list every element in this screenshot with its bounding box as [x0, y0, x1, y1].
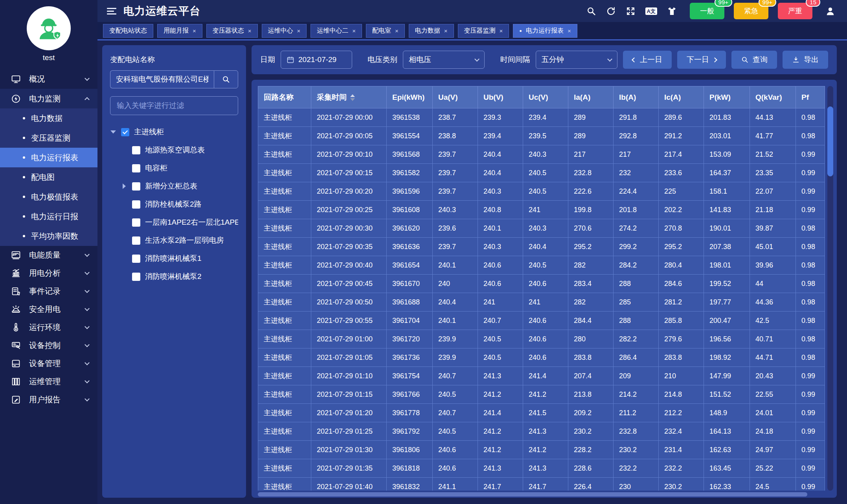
- alarm-button-一般[interactable]: 一般99+: [690, 3, 724, 19]
- station-search-button[interactable]: [214, 70, 238, 88]
- table-row[interactable]: 主进线柜2021-07-29 01:053961736239.9240.5240…: [258, 348, 825, 367]
- table-row[interactable]: 主进线柜2021-07-29 01:403961832241.1241.7241…: [258, 478, 825, 491]
- tab-用能月报[interactable]: 用能月报: [157, 24, 202, 38]
- tab-变压器状态[interactable]: 变压器状态: [206, 24, 258, 38]
- tree-item-消防喷淋机械泵1[interactable]: 消防喷淋机械泵1: [121, 249, 238, 268]
- tab-close-icon[interactable]: [352, 27, 356, 34]
- tab-close-icon[interactable]: [500, 27, 503, 34]
- table-row[interactable]: 主进线柜2021-07-29 01:103961754240.7241.3241…: [258, 367, 825, 385]
- sidebar-subitem-变压器监测[interactable]: 变压器监测: [0, 128, 97, 148]
- tree-item-新增分立柜总表[interactable]: 新增分立柜总表: [121, 177, 238, 195]
- table-row[interactable]: 主进线柜2021-07-29 01:203961778240.7241.4241…: [258, 404, 825, 422]
- tab-close-icon[interactable]: [248, 27, 252, 34]
- checkbox-unchecked[interactable]: [132, 218, 140, 227]
- interval-select[interactable]: 五分钟: [536, 51, 617, 69]
- table-row[interactable]: 主进线柜2021-07-29 00:453961670240240.6240.6…: [258, 275, 825, 293]
- column-header-Ia(A)[interactable]: Ia(A): [568, 86, 614, 108]
- user-icon[interactable]: [825, 6, 835, 16]
- vertical-scrollbar-thumb[interactable]: [827, 106, 833, 176]
- refresh-icon[interactable]: [606, 6, 616, 16]
- station-input[interactable]: [110, 70, 214, 88]
- table-row[interactable]: 主进线柜2021-07-29 00:503961688240.424124128…: [258, 293, 825, 312]
- sidebar-item-用户报告[interactable]: 用户报告: [0, 390, 97, 409]
- checkbox-unchecked[interactable]: [132, 255, 140, 263]
- tab-close-icon[interactable]: [193, 27, 196, 34]
- tab-电力数据[interactable]: 电力数据: [409, 24, 454, 38]
- tab-close-icon[interactable]: [297, 27, 301, 34]
- sidebar-item-概况[interactable]: 概况: [0, 69, 97, 89]
- tree-item-电容柜[interactable]: 电容柜: [121, 159, 238, 177]
- search-icon[interactable]: [586, 6, 596, 16]
- table-row[interactable]: 主进线柜2021-07-29 00:253961608240.3240.8241…: [258, 201, 825, 219]
- checkbox-unchecked[interactable]: [132, 236, 140, 245]
- column-header-采集时间[interactable]: 采集时间: [311, 86, 387, 108]
- table-row[interactable]: 主进线柜2021-07-29 01:303961806240.6241.2241…: [258, 441, 825, 459]
- next-day-button[interactable]: 下一日: [677, 51, 726, 69]
- fullscreen-icon[interactable]: [626, 6, 636, 16]
- column-header-Uc(V)[interactable]: Uc(V): [523, 86, 568, 108]
- caret-down-icon[interactable]: [110, 130, 116, 134]
- tab-close-icon[interactable]: [395, 27, 399, 34]
- sort-icon[interactable]: [350, 94, 355, 101]
- checkbox-checked[interactable]: [121, 128, 129, 136]
- checkbox-unchecked[interactable]: [132, 200, 140, 209]
- tree-item-消防喷淋机械泵2[interactable]: 消防喷淋机械泵2: [121, 268, 238, 286]
- tree-filter-input[interactable]: [110, 96, 238, 115]
- tree-item-生活水泵2路一层弱电房[interactable]: 生活水泵2路一层弱电房: [121, 231, 238, 249]
- export-button[interactable]: 导出: [783, 51, 828, 69]
- table-row[interactable]: 主进线柜2021-07-29 00:003961538238.7239.3239…: [258, 108, 825, 127]
- voltage-type-select[interactable]: 相电压: [403, 51, 485, 69]
- column-header-回路名称[interactable]: 回路名称: [258, 86, 311, 108]
- tab-配电室[interactable]: 配电室: [366, 24, 405, 38]
- table-row[interactable]: 主进线柜2021-07-29 00:353961636239.7240.3240…: [258, 238, 825, 256]
- column-header-Ib(A)[interactable]: Ib(A): [614, 86, 659, 108]
- table-row[interactable]: 主进线柜2021-07-29 01:003961720239.9240.5240…: [258, 330, 825, 348]
- sidebar-item-运维管理[interactable]: 运维管理: [0, 372, 97, 390]
- avatar[interactable]: [27, 6, 71, 50]
- tree-item-消防栓机械泵2路[interactable]: 消防栓机械泵2路: [121, 195, 238, 213]
- tab-运维中心[interactable]: 运维中心: [262, 24, 307, 38]
- prev-day-button[interactable]: 上一日: [623, 51, 672, 69]
- table-row[interactable]: 主进线柜2021-07-29 00:303961620239.6240.1240…: [258, 219, 825, 238]
- sidebar-subitem-电力数据[interactable]: 电力数据: [0, 108, 97, 128]
- table-row[interactable]: 主进线柜2021-07-29 00:103961568239.7240.4240…: [258, 145, 825, 164]
- date-picker[interactable]: 2021-07-29: [281, 51, 352, 69]
- table-row[interactable]: 主进线柜2021-07-29 01:353961818240.6241.3241…: [258, 459, 825, 478]
- tree-root-row[interactable]: 主进线柜: [110, 123, 238, 141]
- column-header-Ic(A)[interactable]: Ic(A): [659, 86, 704, 108]
- tab-close-icon[interactable]: [568, 27, 571, 34]
- table-row[interactable]: 主进线柜2021-07-29 01:253961792240.5241.2241…: [258, 422, 825, 441]
- checkbox-unchecked[interactable]: [132, 164, 140, 172]
- alarm-button-紧急[interactable]: 紧急99+: [734, 3, 768, 19]
- sidebar-subitem-电力运行报表[interactable]: 电力运行报表: [0, 148, 97, 167]
- sidebar-item-电力监测[interactable]: 电力监测: [0, 89, 97, 108]
- vertical-scrollbar[interactable]: [827, 86, 833, 491]
- column-header-Q(kVar)[interactable]: Q(kVar): [750, 86, 796, 108]
- checkbox-unchecked[interactable]: [132, 182, 140, 191]
- translate-icon[interactable]: A文: [645, 7, 657, 15]
- tree-item-地源热泵空调总表[interactable]: 地源热泵空调总表: [121, 141, 238, 159]
- table-row[interactable]: 主进线柜2021-07-29 00:153961582239.7240.4240…: [258, 164, 825, 182]
- tab-close-icon[interactable]: [444, 27, 448, 34]
- hamburger-menu-icon[interactable]: [107, 8, 116, 15]
- tab-变压器监测[interactable]: 变压器监测: [458, 24, 509, 38]
- tab-变配电站状态[interactable]: 变配电站状态: [103, 24, 153, 38]
- sidebar-item-电能质量[interactable]: 电能质量: [0, 246, 97, 264]
- tab-运维中心二[interactable]: 运维中心二: [311, 24, 362, 38]
- sidebar-item-设备管理[interactable]: 设备管理: [0, 354, 97, 372]
- tree-item-一层南1APE2右一层北1APE1左[interactable]: 一层南1APE2右一层北1APE1左: [121, 213, 238, 231]
- sidebar-subitem-平均功率因数[interactable]: 平均功率因数: [0, 226, 97, 246]
- sidebar-item-设备控制[interactable]: 设备控制: [0, 336, 97, 354]
- table-row[interactable]: 主进线柜2021-07-29 00:053961554238.8239.4239…: [258, 127, 825, 145]
- column-header-Epi(kWh)[interactable]: Epi(kWh): [387, 86, 433, 108]
- tab-电力运行报表[interactable]: 电力运行报表: [513, 24, 577, 38]
- column-header-Ua(V)[interactable]: Ua(V): [433, 86, 478, 108]
- horizontal-scrollbar-thumb[interactable]: [258, 492, 807, 497]
- column-header-P(kW)[interactable]: P(kW): [704, 86, 750, 108]
- sidebar-item-事件记录[interactable]: 事件记录: [0, 282, 97, 300]
- sidebar-subitem-电力运行日报[interactable]: 电力运行日报: [0, 207, 97, 226]
- sidebar-subitem-配电图[interactable]: 配电图: [0, 167, 97, 187]
- sidebar-subitem-电力极值报表[interactable]: 电力极值报表: [0, 187, 97, 207]
- table-row[interactable]: 主进线柜2021-07-29 00:203961596239.7240.3240…: [258, 182, 825, 201]
- sidebar-item-用电分析[interactable]: 用电分析: [0, 264, 97, 282]
